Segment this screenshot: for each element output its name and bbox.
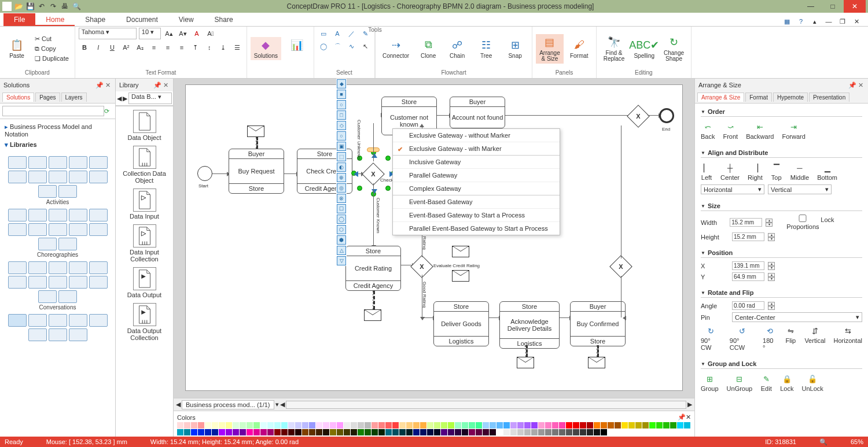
color-swatch[interactable] [385,422,392,428]
panels-icon[interactable]: ▦ [782,17,792,26]
lib-data-input[interactable]: Data Input [117,186,172,222]
message-icon[interactable] [364,309,381,321]
order-back[interactable]: ⤺Back [701,121,715,140]
message-icon[interactable] [452,246,469,257]
page-tab-1[interactable]: Business process mod... (1/1) [182,400,274,409]
node-buyer-top[interactable]: Buyer Account not found [450,97,505,128]
help-icon[interactable]: ? [796,17,806,26]
color-swatch[interactable] [517,429,524,435]
smart-action-strip[interactable]: ◆■○□ ◇○▣⬚ ◐⊕◎⊗ ☐◯⬡⬢ △▽ [336,79,347,266]
duplicate-button[interactable]: ❏Duplicate [32,54,71,63]
message-icon[interactable] [588,357,605,368]
color-swatch[interactable] [177,429,183,435]
ctx-parallel-event-based-start[interactable]: Parallel Event-Based Gateway to Start a … [393,221,560,235]
ctx-complex[interactable]: Complex Gateway [393,182,560,195]
flip-h[interactable]: ⇆Horizontal [833,326,862,351]
lib-data-object[interactable]: Data Object [117,108,172,143]
activity-thumb[interactable] [8,156,27,169]
angle-spinner[interactable]: ▴▾ [768,302,775,310]
node-buy-request[interactable]: Buyer Buy Request Store [229,149,284,194]
tab-nav-right-icon[interactable]: ▶ [687,401,692,408]
color-swatch[interactable] [559,422,565,428]
chart-button[interactable]: 📊 [284,37,310,61]
font-select[interactable]: Tahoma ▾ [79,28,137,39]
end-event[interactable] [659,108,674,123]
curve-tool-icon[interactable]: ∿ [345,40,357,52]
colors-pin-icon[interactable]: 📌 [678,413,686,421]
doc-minimize-icon[interactable]: — [824,17,833,26]
color-swatch[interactable] [455,429,461,435]
colors-close-icon[interactable]: ✕ [686,413,691,421]
rotate-ccw[interactable]: ↺90° CCW [730,326,755,351]
zoom-out-icon[interactable]: 🔍 [819,438,827,446]
color-swatch[interactable] [385,429,392,435]
color-swatch[interactable] [358,422,364,428]
color-swatch[interactable] [684,422,690,428]
y-spinner[interactable]: ▴▾ [768,273,775,281]
color-swatch[interactable] [566,429,572,435]
tab-home[interactable]: Home [35,13,75,26]
color-swatch[interactable] [212,422,218,428]
color-swatch[interactable] [608,422,614,428]
color-swatch[interactable] [205,429,211,435]
solutions-search-input[interactable] [2,106,104,116]
next-lib-icon[interactable]: ▶ [123,95,127,102]
color-swatch[interactable] [552,422,558,428]
spelling-button[interactable]: ABC✔Spelling [630,37,658,61]
color-swatch[interactable] [406,422,413,428]
align-middle[interactable]: ─Middle [790,162,809,181]
color-swatch[interactable] [677,422,683,428]
clone-button[interactable]: ⧉Clone [415,37,442,61]
color-swatch[interactable] [628,422,635,428]
zoom-icon[interactable]: 🔍 [72,2,81,11]
color-swatch[interactable] [212,429,218,435]
italic-icon[interactable]: I [93,42,104,53]
color-swatch[interactable] [545,429,551,435]
doc-close-icon[interactable]: ✕ [852,17,861,26]
print-icon[interactable]: 🖶 [60,2,69,11]
color-swatch[interactable] [226,429,232,435]
color-swatch[interactable] [496,422,503,428]
clear-format-icon[interactable]: Aͯ [205,28,216,39]
edit-group-btn[interactable]: ✎Edit [760,374,772,392]
color-swatch[interactable] [378,429,385,435]
solutions-button[interactable]: ◆ Solutions [251,37,281,61]
color-swatch[interactable] [545,422,551,428]
pointer-tool-icon[interactable]: ↖ [359,40,371,52]
color-swatch[interactable] [372,422,378,428]
color-swatch[interactable] [580,422,586,428]
canvas[interactable]: Start Buyer Buy Request Store Store Chec… [174,79,694,398]
color-swatch[interactable] [378,422,385,428]
color-swatch[interactable] [240,422,246,428]
align-left[interactable]: ▏Left [701,162,712,181]
color-swatch[interactable] [427,422,433,428]
x-input[interactable] [732,261,764,270]
width-input[interactable] [730,218,762,227]
paste-button[interactable]: 📋 Paste [3,37,30,61]
flip-v[interactable]: ⇵Vertical [804,326,825,351]
message-icon[interactable] [452,270,469,282]
color-swatch[interactable] [406,429,413,435]
color-swatch[interactable] [441,429,447,435]
align-right[interactable]: ▕Right [748,162,763,181]
arc-tool-icon[interactable]: ⌒ [332,40,343,52]
lib-data-output-collection[interactable]: Data Output Collection [117,301,172,343]
color-swatch[interactable] [399,422,406,428]
align-left-icon[interactable]: ≡ [148,42,160,53]
close-panel-icon[interactable]: ✕ [104,81,112,89]
refresh-icon[interactable]: ⟳ [104,108,109,114]
subtab-pages[interactable]: Pages [35,93,60,102]
library-close-icon[interactable]: ✕ [161,81,170,89]
color-swatch[interactable] [226,422,232,428]
color-swatch[interactable] [309,422,315,428]
color-swatch[interactable] [274,422,281,428]
color-swatch[interactable] [309,429,315,435]
close-icon[interactable]: ✕ [844,0,866,13]
color-swatch[interactable] [469,429,475,435]
color-swatch[interactable] [295,422,301,428]
color-swatch[interactable] [490,429,496,435]
color-swatch[interactable] [288,422,295,428]
message-icon[interactable] [517,357,534,368]
color-swatch[interactable] [344,429,350,435]
tree-libraries[interactable]: ▾ Libraries [3,139,112,150]
